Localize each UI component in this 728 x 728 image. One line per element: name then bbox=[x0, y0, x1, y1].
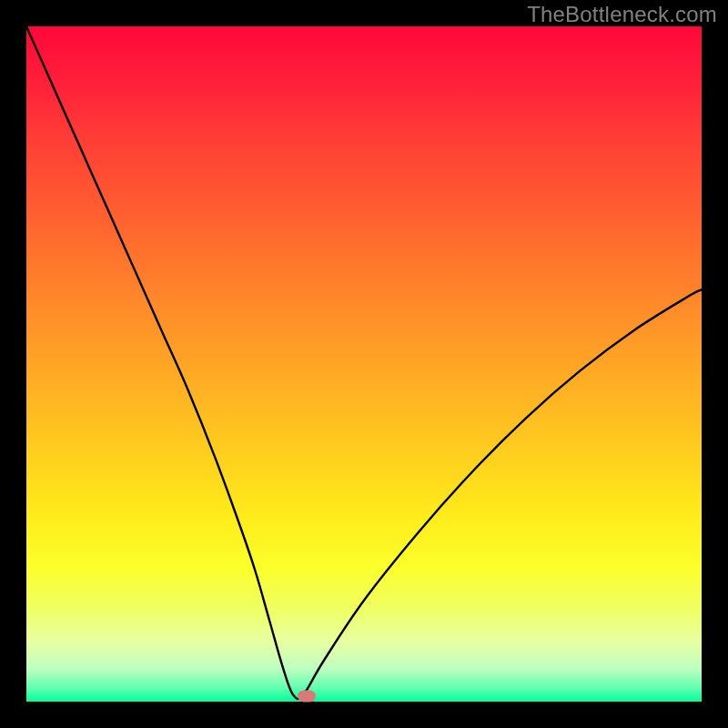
watermark-text: TheBottleneck.com bbox=[527, 2, 717, 27]
bottleneck-curve bbox=[26, 26, 702, 702]
minimum-marker bbox=[298, 691, 316, 703]
